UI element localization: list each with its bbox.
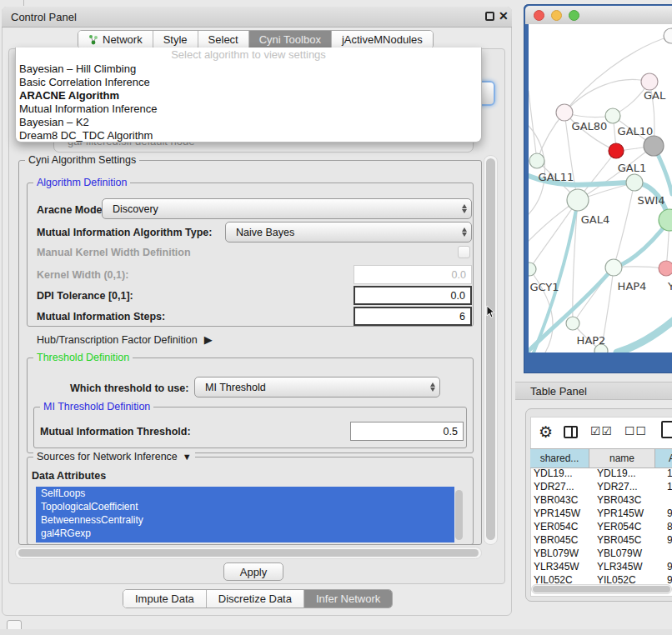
- table-cell: YDL19...: [530, 468, 592, 479]
- network-node-label: GAL10: [618, 125, 654, 138]
- manual-kernel-checkbox[interactable]: [458, 246, 470, 258]
- expanded-arrow-icon: ▼: [183, 452, 192, 462]
- mi-threshold-field[interactable]: 0.5: [350, 422, 464, 441]
- table-row[interactable]: YBR045CYBR045C9.: [530, 533, 672, 547]
- table-cell: YPR145W: [530, 508, 592, 519]
- table-panel-title: Table Panel: [530, 385, 587, 398]
- table-row[interactable]: YBL079WYBL079W: [530, 547, 672, 560]
- tab-network[interactable]: Network: [78, 31, 153, 48]
- network-node-gal4[interactable]: [567, 189, 589, 211]
- algorithm-option[interactable]: Bayesian – K2: [16, 115, 481, 128]
- network-node-label: GAL11: [539, 171, 574, 183]
- float-window-icon[interactable]: [485, 12, 494, 21]
- apply-button[interactable]: Apply: [223, 562, 283, 581]
- table-row[interactable]: YIL052CYIL052C9.: [530, 573, 672, 584]
- aracne-mode-select[interactable]: Discovery: [102, 198, 472, 219]
- tab-cyni-toolbox[interactable]: Cyni Toolbox: [248, 31, 331, 48]
- tab-jactivemnodules[interactable]: jActiveMNodules: [331, 31, 433, 48]
- settings-gear-icon[interactable]: ⚙: [539, 422, 553, 442]
- network-node-hap2[interactable]: [566, 317, 579, 330]
- algorithm-option[interactable]: ARACNE Algorithm: [16, 88, 481, 102]
- tab-infer-network[interactable]: Infer Network: [303, 590, 392, 608]
- network-node-label: GAL1: [618, 162, 646, 174]
- network-node-gal11[interactable]: [529, 153, 544, 168]
- dpi-tolerance-value: 0.0: [451, 290, 465, 302]
- settings-horizontal-thumb[interactable]: [18, 549, 479, 557]
- table-row[interactable]: YDL19...YDL19...13: [530, 467, 672, 480]
- network-node-gal[interactable]: [641, 73, 658, 90]
- table-cell: YER054C: [530, 521, 592, 532]
- dropdown-placeholder: Select algorithm to view settings: [16, 48, 481, 62]
- tab-label: Network: [103, 33, 143, 46]
- network-node-hap4[interactable]: [605, 259, 622, 276]
- algorithm-option[interactable]: Dream8 DC_TDC Algorithm: [16, 128, 481, 142]
- data-attribute-item[interactable]: gal4RGexp: [36, 527, 454, 540]
- network-node-y[interactable]: [659, 261, 672, 276]
- document-icon[interactable]: [661, 421, 672, 438]
- select-all-checkboxes-icon[interactable]: ☑☑: [590, 424, 613, 438]
- network-node[interactable]: [664, 28, 672, 43]
- algorithm-option[interactable]: Basic Correlation Inference: [16, 75, 481, 88]
- table-cell: YLR345W: [530, 561, 592, 572]
- table-row[interactable]: YER054CYER054C8.: [530, 520, 672, 533]
- table-cell: YDR27...: [592, 481, 662, 492]
- close-traffic-light-icon[interactable]: [534, 10, 544, 21]
- network-node[interactable]: [626, 174, 643, 191]
- tab-select[interactable]: Select: [198, 31, 248, 48]
- table-row[interactable]: YLR345WYLR345W9.: [530, 560, 672, 573]
- close-icon[interactable]: ✕: [499, 9, 509, 22]
- algorithm-option[interactable]: Mutual Information Inference: [16, 102, 481, 115]
- table-row[interactable]: YBR043CYBR043C: [530, 493, 672, 507]
- column-header-shared[interactable]: shared...: [530, 448, 589, 468]
- tab-impute-data[interactable]: Impute Data: [123, 590, 206, 608]
- aracne-mode-label: Aracne Mode:: [37, 204, 106, 216]
- hub-definition-toggle[interactable]: Hub/Transcription Factor Definition ▶: [37, 333, 213, 346]
- network-node-label: GAL80: [572, 120, 608, 132]
- settings-vertical-thumb[interactable]: [486, 158, 495, 540]
- mi-steps-label: Mutual Information Steps:: [37, 311, 165, 322]
- zoom-traffic-light-icon[interactable]: [569, 10, 579, 21]
- threshold-definition-title: Threshold Definition: [33, 352, 133, 363]
- network-node-swi4[interactable]: [659, 209, 672, 231]
- mi-type-select[interactable]: Naive Bayes: [225, 222, 472, 242]
- sources-title-row[interactable]: Sources for Network Inference ▼: [33, 451, 195, 462]
- table-cell: YDL19...: [592, 468, 662, 479]
- data-attribute-item[interactable]: BetweennessCentrality: [36, 513, 454, 527]
- attributes-scrollbar-thumb[interactable]: [455, 490, 463, 540]
- data-attribute-item[interactable]: SelfLoops: [36, 487, 454, 500]
- table-row[interactable]: YPR145WYPR145W9.: [530, 507, 672, 520]
- which-threshold-value: MI Threshold: [195, 382, 425, 393]
- network-node-label: GAL4: [581, 213, 609, 226]
- network-node-gcy1[interactable]: [529, 262, 536, 276]
- table-cell: 8.: [662, 521, 672, 532]
- network-node-label: GAL: [644, 89, 666, 102]
- split-columns-icon[interactable]: [564, 426, 578, 438]
- kernel-width-label: Kernel Width (0,1):: [37, 269, 128, 281]
- tab-discretize-data[interactable]: Discretize Data: [206, 590, 303, 608]
- kernel-width-field[interactable]: 0.0: [354, 265, 472, 284]
- mi-type-value: Naive Bayes: [226, 227, 457, 238]
- table-horizontal-thumb[interactable]: [533, 586, 670, 592]
- data-attribute-item[interactable]: TopologicalCoefficient: [36, 500, 454, 513]
- minimize-traffic-light-icon[interactable]: [551, 10, 562, 21]
- tab-style[interactable]: Style: [153, 31, 198, 48]
- algorithm-option[interactable]: Bayesian – Hill Climbing: [16, 62, 481, 75]
- dpi-tolerance-label: DPI Tolerance [0,1]:: [37, 290, 133, 302]
- network-node[interactable]: [644, 136, 664, 156]
- network-node-gal80[interactable]: [556, 104, 573, 121]
- which-threshold-select[interactable]: MI Threshold: [194, 377, 440, 398]
- table-header-row: shared...nameA: [530, 448, 672, 468]
- mi-steps-value: 6: [459, 311, 465, 322]
- aracne-mode-value: Discovery: [103, 203, 457, 215]
- table-row[interactable]: YDR27...YDR27...12: [530, 480, 672, 493]
- column-header-name[interactable]: name: [589, 448, 655, 468]
- deselect-all-checkboxes-icon[interactable]: ☐☐: [624, 424, 647, 438]
- control-panel-title: Control Panel: [11, 11, 77, 23]
- dpi-tolerance-field[interactable]: 0.0: [354, 286, 472, 305]
- network-canvas[interactable]: GALGAL80GAL10GAL1GAL11SWI4GAL4GCY1HAP4YH…: [529, 24, 672, 352]
- table-cell: YBR045C: [592, 534, 662, 546]
- network-node-gal1[interactable]: [609, 143, 624, 158]
- column-header-a[interactable]: A: [655, 448, 672, 468]
- network-node-gal10[interactable]: [605, 108, 620, 123]
- mi-steps-field[interactable]: 6: [354, 307, 472, 326]
